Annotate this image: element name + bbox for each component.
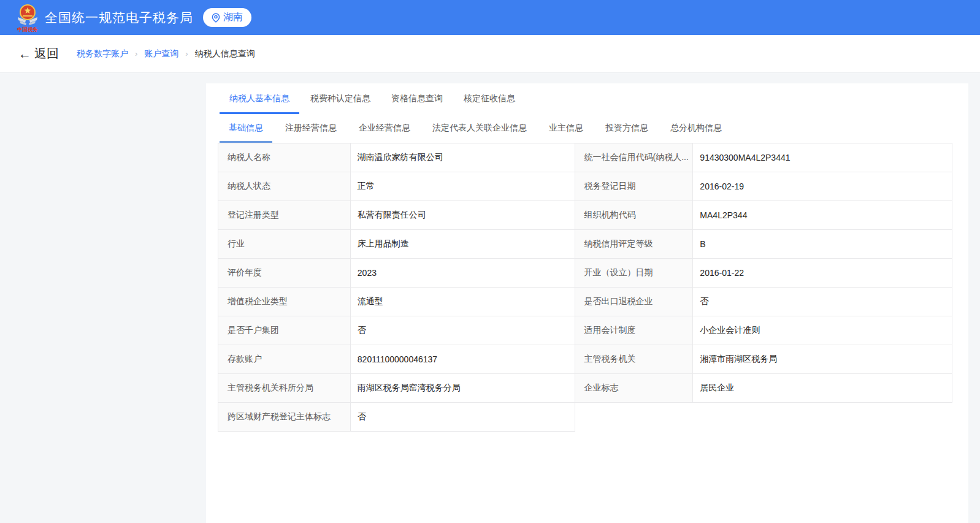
field-label: 存款账户 bbox=[218, 345, 351, 374]
field-label: 企业标志 bbox=[575, 374, 694, 403]
field-value: 否 bbox=[351, 316, 575, 345]
table-row: 纳税人名称 湖南温欣家纺有限公司 统一社会信用代码(纳税人... 9143030… bbox=[218, 143, 952, 172]
field-label: 跨区域财产税登记主体标志 bbox=[218, 403, 351, 432]
field-value: 流通型 bbox=[351, 288, 575, 316]
field-value: 否 bbox=[693, 288, 952, 316]
subtab-owner-info[interactable]: 业主信息 bbox=[540, 114, 592, 143]
subtab-registration-business-info[interactable]: 注册经营信息 bbox=[276, 114, 346, 143]
field-label: 主管税务机关 bbox=[575, 345, 694, 374]
back-arrow-icon: ← bbox=[18, 47, 31, 60]
field-value: 2016-02-19 bbox=[693, 172, 952, 201]
field-value: 91430300MA4L2P3441 bbox=[693, 143, 952, 172]
table-row: 是否千户集团 否 适用会计制度 小企业会计准则 bbox=[218, 316, 952, 345]
table-row: 行业 床上用品制造 纳税信用评定等级 B bbox=[218, 230, 952, 259]
main-tabs: 纳税人基本信息 税费种认定信息 资格信息查询 核定征收信息 bbox=[206, 83, 968, 114]
field-value: 雨湖区税务局窑湾税务分局 bbox=[351, 374, 575, 403]
breadcrumb: 税务数字账户 › 账户查询 › 纳税人信息查询 bbox=[77, 48, 255, 59]
tab-assessed-collection-info[interactable]: 核定征收信息 bbox=[454, 85, 525, 114]
tax-bureau-emblem-icon: 中国税务 bbox=[16, 3, 39, 32]
field-label: 统一社会信用代码(纳税人... bbox=[575, 143, 694, 172]
field-label: 纳税人状态 bbox=[218, 172, 351, 201]
breadcrumb-item-taxpayer-info-query: 纳税人信息查询 bbox=[195, 48, 255, 59]
field-label: 开业（设立）日期 bbox=[575, 259, 694, 288]
field-value: 否 bbox=[351, 403, 575, 432]
breadcrumb-separator: › bbox=[135, 49, 137, 58]
breadcrumb-bar: ← 返回 税务数字账户 › 账户查询 › 纳税人信息查询 bbox=[0, 35, 980, 73]
field-value: 湖南温欣家纺有限公司 bbox=[351, 143, 575, 172]
region-badge-label: 湖南 bbox=[223, 11, 243, 24]
table-row: 登记注册类型 私营有限责任公司 组织机构代码 MA4L2P344 bbox=[218, 201, 952, 230]
field-value: B bbox=[693, 230, 952, 259]
field-label: 评价年度 bbox=[218, 259, 351, 288]
subtab-hq-branch-info[interactable]: 总分机构信息 bbox=[661, 114, 731, 143]
breadcrumb-separator: › bbox=[185, 49, 188, 58]
app-title: 全国统一规范电子税务局 bbox=[45, 9, 193, 26]
table-row: 跨区域财产税登记主体标志 否 bbox=[218, 403, 952, 432]
field-value: 私营有限责任公司 bbox=[351, 201, 575, 230]
field-label: 是否千户集团 bbox=[218, 316, 351, 345]
header-bar: 中国税务 全国统一规范电子税务局 湖南 bbox=[0, 0, 980, 35]
field-label: 主管税务机关科所分局 bbox=[218, 374, 351, 403]
location-pin-icon bbox=[212, 13, 220, 23]
field-value: 2023 bbox=[351, 259, 575, 288]
field-label: 纳税信用评定等级 bbox=[575, 230, 694, 259]
field-value: 居民企业 bbox=[693, 374, 952, 403]
field-label: 适用会计制度 bbox=[575, 316, 694, 345]
field-value: 正常 bbox=[351, 172, 575, 201]
table-row: 增值税企业类型 流通型 是否出口退税企业 否 bbox=[218, 288, 952, 316]
field-label bbox=[575, 403, 694, 432]
tab-taxpayer-basic-info[interactable]: 纳税人基本信息 bbox=[220, 85, 299, 114]
info-table: 纳税人名称 湖南温欣家纺有限公司 统一社会信用代码(纳税人... 9143030… bbox=[218, 143, 952, 432]
field-value: 床上用品制造 bbox=[351, 230, 575, 259]
content-panel: 纳税人基本信息 税费种认定信息 资格信息查询 核定征收信息 基础信息 注册经营信… bbox=[206, 83, 968, 523]
table-row: 存款账户 82011100000046137 主管税务机关 湘潭市雨湖区税务局 bbox=[218, 345, 952, 374]
field-label: 组织机构代码 bbox=[575, 201, 694, 230]
field-label: 登记注册类型 bbox=[218, 201, 351, 230]
subtab-investor-info[interactable]: 投资方信息 bbox=[596, 114, 657, 143]
back-button[interactable]: ← 返回 bbox=[18, 45, 59, 62]
breadcrumb-item-tax-digital-account[interactable]: 税务数字账户 bbox=[77, 48, 128, 59]
emblem-caption: 中国税务 bbox=[17, 26, 39, 32]
subtab-basic-info[interactable]: 基础信息 bbox=[220, 114, 272, 143]
field-label: 行业 bbox=[218, 230, 351, 259]
field-value: 小企业会计准则 bbox=[693, 316, 952, 345]
sub-tabs: 基础信息 注册经营信息 企业经营信息 法定代表人关联企业信息 业主信息 投资方信… bbox=[206, 114, 968, 143]
field-value: MA4L2P344 bbox=[693, 201, 952, 230]
field-label: 税务登记日期 bbox=[575, 172, 694, 201]
tab-tax-type-determination[interactable]: 税费种认定信息 bbox=[301, 85, 380, 114]
field-value: 2016-01-22 bbox=[693, 259, 952, 288]
table-row: 主管税务机关科所分局 雨湖区税务局窑湾税务分局 企业标志 居民企业 bbox=[218, 374, 952, 403]
field-label: 纳税人名称 bbox=[218, 143, 351, 172]
field-label: 增值税企业类型 bbox=[218, 288, 351, 316]
field-value bbox=[693, 403, 952, 432]
field-value: 湘潭市雨湖区税务局 bbox=[693, 345, 952, 374]
table-row: 评价年度 2023 开业（设立）日期 2016-01-22 bbox=[218, 259, 952, 288]
tab-qualification-info[interactable]: 资格信息查询 bbox=[381, 85, 453, 114]
field-value: 82011100000046137 bbox=[351, 345, 575, 374]
subtab-enterprise-business-info[interactable]: 企业经营信息 bbox=[350, 114, 419, 143]
back-button-label: 返回 bbox=[34, 45, 59, 62]
table-row: 纳税人状态 正常 税务登记日期 2016-02-19 bbox=[218, 172, 952, 201]
region-badge[interactable]: 湖南 bbox=[203, 8, 251, 27]
field-label: 是否出口退税企业 bbox=[575, 288, 694, 316]
breadcrumb-item-account-query[interactable]: 账户查询 bbox=[144, 48, 178, 59]
subtab-legal-rep-related-enterprise-info[interactable]: 法定代表人关联企业信息 bbox=[423, 114, 536, 143]
